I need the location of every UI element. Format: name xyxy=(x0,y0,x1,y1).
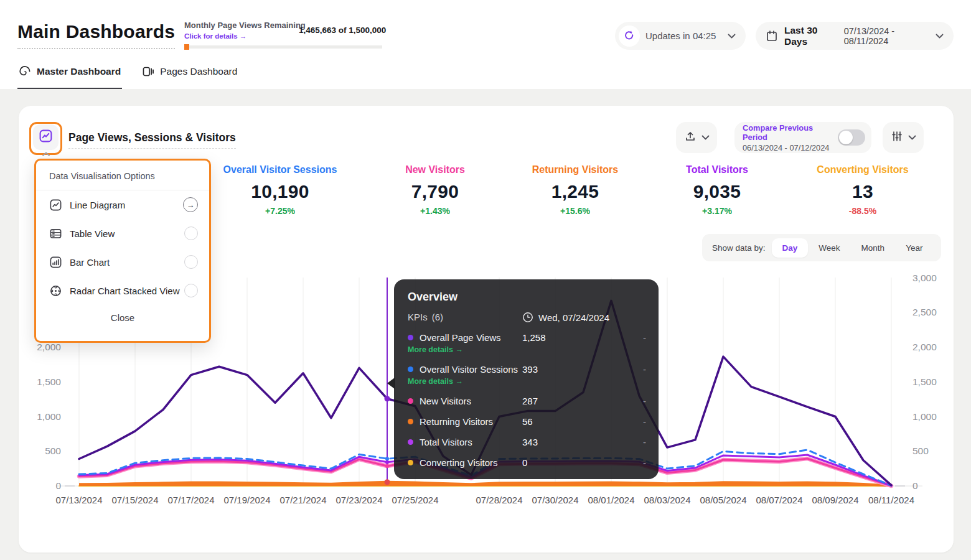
quota-details-link[interactable]: Click for details → xyxy=(184,32,246,40)
viz-button-highlight xyxy=(29,122,62,155)
radio-unselected[interactable] xyxy=(184,255,198,269)
line-diagram-icon xyxy=(49,198,62,212)
kpi-label: Overall Visitor Sessions xyxy=(205,164,355,175)
hover-dot-new xyxy=(385,464,389,468)
viz-option-line-diagram[interactable]: Line Diagram→ xyxy=(36,190,209,219)
show-data-by-week[interactable]: Week xyxy=(808,238,850,258)
x-axis-label: 08/05/2024 xyxy=(700,495,746,505)
tooltip-row-label: Overall Visitor Sessions xyxy=(420,364,518,375)
refresh-icon xyxy=(619,26,640,47)
tooltip-row-label: Total Visitors xyxy=(420,437,472,447)
export-button[interactable] xyxy=(676,122,717,153)
right-axis-tick: 2,500 xyxy=(912,307,937,317)
radio-unselected[interactable] xyxy=(184,226,198,240)
hover-dot-sessions xyxy=(385,457,389,460)
series-color-dot xyxy=(408,419,413,424)
monthly-quota: Monthly Page Views Remaining Click for d… xyxy=(184,21,382,41)
radio-unselected[interactable] xyxy=(184,284,198,297)
series-color-dot xyxy=(408,335,413,340)
hover-dot-page-views xyxy=(385,396,390,401)
chart-title: Page Views, Sessions & Visitors xyxy=(68,131,236,149)
compare-label: Compare Previous Period xyxy=(743,123,838,142)
kpi-value: 9,035 xyxy=(642,181,792,202)
tooltip-row-overall-page-views: Overall Page Views1,258-More details → xyxy=(408,332,646,364)
viz-menu-close-button[interactable]: Close xyxy=(36,312,209,323)
line-chart-icon xyxy=(39,129,53,146)
x-axis-label: 08/01/2024 xyxy=(588,495,634,505)
arrow-right-icon[interactable]: → xyxy=(183,197,198,212)
radar-icon xyxy=(49,284,62,297)
tab-master-dashboard[interactable]: Master Dashboard xyxy=(17,62,122,89)
chevron-up-icon xyxy=(42,148,50,159)
show-data-by-month[interactable]: Month xyxy=(851,238,896,258)
kpi-total-visitors: Total Visitors9,035+3.17% xyxy=(642,164,792,216)
tooltip-date: Wed, 07/24/2024 xyxy=(522,312,609,323)
tooltip-row-value: 287 xyxy=(522,396,538,406)
date-range-pill[interactable]: Last 30 Days 07/13/2024 - 08/11/2024 xyxy=(756,22,954,50)
tooltip-row-new-visitors: New Visitors287- xyxy=(408,396,646,416)
tooltip-row-secondary: - xyxy=(643,437,646,447)
updates-pill[interactable]: Updates in 04:25 xyxy=(615,22,746,50)
right-axis-tick: 2,000 xyxy=(912,342,937,352)
top-bar: Main Dashboards Monthly Page Views Remai… xyxy=(0,0,971,89)
tab-label: Pages Dashboard xyxy=(160,66,237,77)
right-axis-tick: 0 xyxy=(912,480,918,491)
kpi-overall-visitor-sessions: Overall Visitor Sessions10,190+7.25% xyxy=(205,164,355,216)
hover-dot-total xyxy=(385,460,389,464)
tooltip-row-value: 343 xyxy=(522,437,538,447)
more-details-link[interactable]: More details → xyxy=(408,377,463,386)
viz-options-button[interactable] xyxy=(33,124,59,150)
clock-icon xyxy=(522,312,533,323)
date-range-label: Last 30 Days xyxy=(784,25,835,47)
right-axis-tick: 500 xyxy=(912,446,929,456)
tooltip-row-converting-visitors: Converting Visitors0- xyxy=(408,457,646,478)
viz-option-bar-chart[interactable]: Bar Chart xyxy=(36,248,209,276)
chevron-down-icon xyxy=(936,34,944,39)
left-axis-tick: 1,500 xyxy=(37,376,61,387)
dashboard-tabs: Master DashboardPages Dashboard xyxy=(17,62,238,89)
chevron-down-icon xyxy=(701,135,710,140)
bar-icon xyxy=(49,256,62,269)
viz-option-label: Line Diagram xyxy=(70,200,183,210)
left-axis-tick: 0 xyxy=(55,480,61,491)
tooltip-row-secondary: - xyxy=(643,457,646,468)
calendar-icon xyxy=(766,30,778,42)
upload-icon xyxy=(684,130,697,145)
tooltip-row-label: Overall Page Views xyxy=(420,332,501,343)
tooltip-row-value: 1,258 xyxy=(522,332,546,343)
tooltip-row-secondary: - xyxy=(643,416,646,427)
updates-label: Updates in 04:25 xyxy=(645,30,728,41)
kpi-delta: +1.43% xyxy=(360,206,510,216)
kpi-converting-visitors: Converting Visitors13-88.5% xyxy=(788,164,937,216)
x-axis-label: 07/17/2024 xyxy=(167,495,214,505)
kpi-delta: -88.5% xyxy=(788,206,937,216)
tooltip-row-secondary: - xyxy=(643,396,646,406)
data-visualisation-options-menu: Data Visualisation Options Line Diagram→… xyxy=(34,159,211,343)
left-axis-tick: 1,000 xyxy=(37,411,61,422)
kpi-delta: +15.6% xyxy=(500,206,650,216)
series-color-dot xyxy=(408,398,413,404)
compare-toggle[interactable] xyxy=(838,129,865,146)
more-details-link[interactable]: More details → xyxy=(408,345,463,354)
kpi-value: 13 xyxy=(788,181,937,202)
kpi-returning-visitors: Returning Visitors1,245+15.6% xyxy=(500,164,650,216)
tooltip-row-secondary: - xyxy=(643,332,646,343)
viz-option-label: Radar Chart Stacked View xyxy=(70,286,184,296)
date-range-value: 07/13/2024 - 08/11/2024 xyxy=(844,26,928,46)
viz-option-table-view[interactable]: Table View xyxy=(36,219,209,248)
tooltip-row-label: New Visitors xyxy=(420,396,471,406)
chevron-down-icon xyxy=(728,34,736,39)
x-axis-label: 07/23/2024 xyxy=(335,495,382,505)
show-data-by-year[interactable]: Year xyxy=(895,238,933,258)
kpi-value: 7,790 xyxy=(360,181,510,202)
tooltip-title: Overview xyxy=(408,291,646,304)
show-data-by-day[interactable]: Day xyxy=(772,238,809,258)
kpi-new-visitors: New Visitors7,790+1.43% xyxy=(360,164,510,216)
series-color-dot xyxy=(408,460,413,465)
filter-button[interactable] xyxy=(883,122,924,153)
tab-pages-dashboard[interactable]: Pages Dashboard xyxy=(141,62,238,89)
chart-tooltip: Overview KPIs(6) Wed, 07/24/2024 Overall… xyxy=(394,279,659,479)
right-axis-tick: 1,000 xyxy=(912,411,937,422)
viz-option-label: Table View xyxy=(70,228,184,239)
viz-option-radar-chart-stacked-view[interactable]: Radar Chart Stacked View xyxy=(36,276,209,305)
